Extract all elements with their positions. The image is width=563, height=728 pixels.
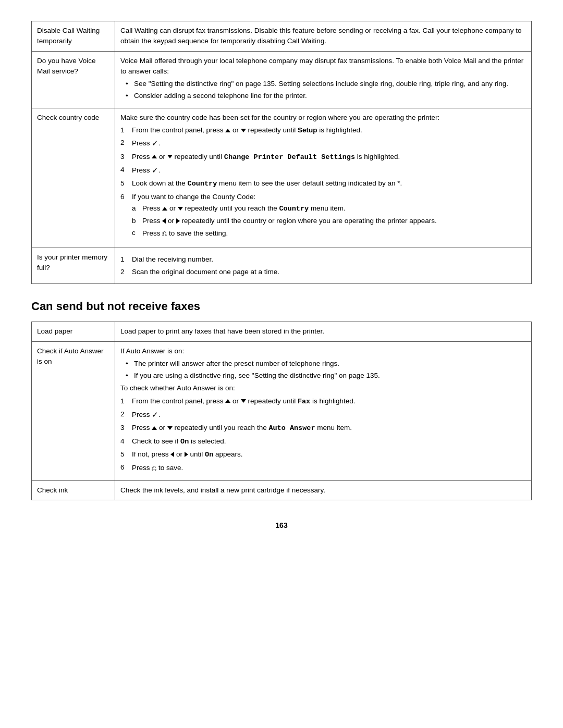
row-content-check-ink: Check the ink levels, and install a new … (115, 480, 532, 500)
row-label-country-code: Check country code (32, 108, 115, 248)
row-label-check-ink: Check ink (32, 480, 115, 500)
table-row: Check country code Make sure the country… (32, 108, 532, 248)
row-content-voice-mail: Voice Mail offered through your local te… (115, 51, 532, 108)
row-label-printer-memory: Is your printer memory full? (32, 248, 115, 284)
row-label-load-paper: Load paper (32, 322, 115, 341)
row-label-auto-answer: Check if Auto Answer is on (32, 341, 115, 480)
table-row: Load paper Load paper to print any faxes… (32, 322, 532, 341)
troubleshooting-table-1: Disable Call Waiting temporarily Call Wa… (31, 21, 532, 284)
table-row: Check if Auto Answer is on If Auto Answe… (32, 341, 532, 480)
table-row: Check ink Check the ink levels, and inst… (32, 480, 532, 500)
row-content-printer-memory: 1Dial the receiving number. 2Scan the or… (115, 248, 532, 284)
row-content-disable-call-waiting: Call Waiting can disrupt fax transmissio… (115, 21, 532, 52)
row-label-disable-call-waiting: Disable Call Waiting temporarily (32, 21, 115, 52)
row-content-auto-answer: If Auto Answer is on: The printer will a… (115, 341, 532, 480)
section-title-cannot-receive: Can send but not receive faxes (31, 300, 532, 313)
page-number: 163 (31, 521, 532, 529)
row-content-country-code: Make sure the country code has been set … (115, 108, 532, 248)
row-content-load-paper: Load paper to print any faxes that have … (115, 322, 532, 341)
table-row: Is your printer memory full? 1Dial the r… (32, 248, 532, 284)
table-row: Disable Call Waiting temporarily Call Wa… (32, 21, 532, 52)
troubleshooting-table-2: Load paper Load paper to print any faxes… (31, 322, 532, 500)
row-label-voice-mail: Do you have Voice Mail service? (32, 51, 115, 108)
table-row: Do you have Voice Mail service? Voice Ma… (32, 51, 532, 108)
